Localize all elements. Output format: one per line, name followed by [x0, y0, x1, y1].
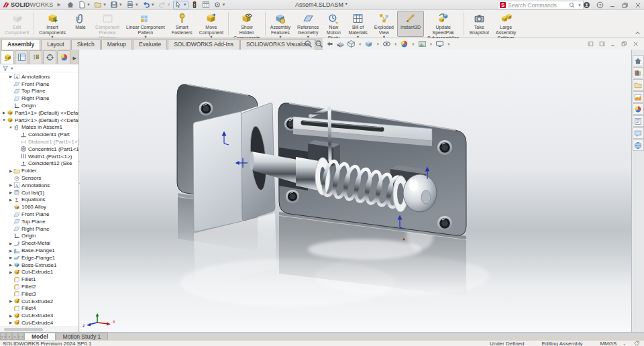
ribbon-button-linear-pattern[interactable]: Linear Component Pattern▼ [123, 11, 168, 37]
tree-item-part2-1-default-default[interactable]: ▼Part2<1> (Default) <<Default> [0, 117, 78, 124]
ribbon-button-instant3d[interactable]: Instant3D [397, 11, 424, 37]
status-tag-icon[interactable] [633, 341, 640, 346]
tree-item-concentric1-part1-1[interactable]: Concentric1 (Part1<1 [0, 146, 78, 153]
save-button[interactable]: ▼ [109, 1, 124, 9]
tree-collapsed-icon[interactable]: ▶ [8, 321, 13, 325]
tree-item-coincident12-ske[interactable]: Coincident12 (Ske [0, 160, 78, 168]
tree-item-right-plane[interactable]: Right Plane [0, 225, 78, 233]
tree-collapsed-icon[interactable]: ▶ [8, 255, 13, 260]
tree-item-distance1-part1-1[interactable]: Distance1 (Part1<1>) [0, 138, 78, 146]
bom-table-button[interactable] [201, 1, 211, 9]
section-view-icon[interactable] [336, 40, 345, 48]
taskpane-tab-custom-properties[interactable] [633, 115, 644, 127]
dropdown-caret-icon[interactable]: ▼ [103, 3, 107, 7]
tree-collapsed-icon[interactable]: ▶ [1, 111, 7, 115]
tab-motion-study-1[interactable]: Motion Study 1 [56, 333, 109, 340]
tree-item-cut-extrude3[interactable]: ▶Cut-Extrude3 [0, 312, 78, 319]
dropdown-caret-icon[interactable]: ▼ [394, 42, 397, 46]
taskpane-tab-taskpane-home[interactable] [633, 55, 644, 66]
tab-layout[interactable]: Layout [41, 39, 70, 50]
doc-restore-button[interactable] [621, 41, 627, 47]
status-units[interactable]: MMGS [600, 341, 616, 346]
home-button[interactable] [65, 1, 76, 9]
tree-item-front-plane[interactable]: Front Plane [0, 211, 78, 218]
command-search[interactable]: S Search Commands ▼ [498, 1, 584, 9]
dropdown-caret-icon[interactable]: ▼ [222, 3, 226, 7]
ribbon-button-assembly-features[interactable]: Assembly Features▼ [267, 11, 294, 37]
restore-button[interactable] [622, 2, 629, 9]
close-button[interactable] [635, 2, 641, 9]
tree-collapsed-icon[interactable]: ▶ [8, 263, 13, 267]
dropdown-caret-icon[interactable]: ▼ [119, 3, 123, 7]
zoom-fit-icon[interactable] [304, 40, 313, 48]
tab-sketch[interactable]: Sketch [71, 39, 101, 50]
tree-collapsed-icon[interactable]: ▶ [8, 241, 13, 245]
doc-close-button[interactable] [633, 41, 639, 47]
view-settings-icon[interactable] [435, 40, 444, 48]
new-doc-button[interactable]: ▼ [76, 1, 92, 9]
panel-tab-propertymanager[interactable] [15, 50, 28, 64]
nav-last-icon[interactable]: ►► [18, 333, 24, 340]
dropdown-caret-icon[interactable]: ▼ [447, 42, 450, 46]
pane-split-right-icon[interactable] [599, 41, 605, 47]
tree-item-cut-list-1[interactable]: ▶Cut list(1) [0, 189, 78, 196]
search-icon[interactable] [569, 2, 575, 8]
tree-item-cut-extrude1[interactable]: ▶Cut-Extrude1 [0, 269, 78, 276]
tree-collapsed-icon[interactable]: ▶ [8, 74, 13, 78]
tree-item-origin[interactable]: Origin [0, 233, 78, 240]
pane-split-left-icon[interactable] [588, 41, 594, 47]
tree-item-boss-extrude1[interactable]: ▶Boss-Extrude1 [0, 262, 78, 269]
tree-item-right-plane[interactable]: Right Plane [0, 95, 78, 102]
tree-item-folder[interactable]: ▶Folder [0, 167, 78, 174]
taskpane-tab-design-library[interactable] [633, 67, 644, 78]
tree-item-part1-1-default-default[interactable]: ▶Part1<1> (Default) <<Default>_ [0, 109, 78, 117]
search-dropdown-icon[interactable]: ▼ [578, 3, 582, 7]
apply-scene-icon[interactable] [418, 40, 427, 48]
dropdown-caret-icon[interactable]: ▼ [183, 3, 187, 7]
tree-collapsed-icon[interactable]: ▶ [8, 299, 13, 303]
print-button[interactable]: ▼ [125, 1, 140, 9]
taskpane-tab-appearances-scenes[interactable] [633, 103, 644, 115]
ribbon-button-reference-geometry[interactable]: Reference Geometry▼ [294, 11, 322, 37]
taskpane-tab-file-explorer[interactable] [633, 79, 644, 91]
menu-expand-arrow-icon[interactable]: ▶ [58, 2, 61, 7]
dropdown-caret-icon[interactable]: ▼ [429, 42, 433, 46]
tree-item-sheet-metal[interactable]: ▶Sheet-Metal [0, 239, 78, 247]
previous-view-icon[interactable] [325, 40, 334, 48]
tree-horizontal-scrollbar[interactable] [0, 327, 78, 332]
tree-item-annotations[interactable]: ▶AAnnotations [0, 73, 78, 80]
nav-prev-icon[interactable]: ◄ [6, 333, 12, 340]
minimize-button[interactable] [610, 2, 616, 8]
panel-tab-featuremanager-tree[interactable] [1, 50, 14, 64]
tab-model[interactable]: Model [24, 333, 56, 340]
panel-tab-configuration-manager[interactable] [29, 50, 42, 64]
ribbon-button-smart-fasteners[interactable]: Smart Fasteners [168, 11, 196, 37]
performance-button[interactable] [189, 1, 200, 9]
tab-markup[interactable]: Markup [101, 39, 132, 50]
tree-collapsed-icon[interactable]: ▶ [8, 190, 13, 194]
tab-solidworks-add-ins[interactable]: SOLIDWORKS Add-Ins [168, 39, 239, 50]
nav-first-icon[interactable]: ◄◄ [0, 333, 6, 340]
select-arrow-button[interactable]: ▼ [173, 1, 189, 9]
ribbon-button-new-motion-study[interactable]: New Motion Study [322, 11, 345, 37]
dropdown-caret-icon[interactable]: ▼ [167, 3, 171, 7]
scrollbar-thumb[interactable] [4, 328, 43, 331]
tree-item-top-plane[interactable]: Top Plane [0, 88, 78, 95]
tree-item-origin[interactable]: Origin [0, 102, 78, 109]
tree-collapsed-icon[interactable]: ▶ [8, 249, 13, 253]
ribbon-button-show-hidden[interactable]: Show Hidden Components▼ [230, 11, 264, 37]
dropdown-caret-icon[interactable]: ▼ [135, 3, 139, 7]
dropdown-caret-icon[interactable]: ▼ [376, 42, 379, 46]
tab-assembly[interactable]: Assembly [1, 39, 40, 50]
ribbon-button-insert-components[interactable]: Insert Components▼ [36, 11, 69, 37]
options-gear-button[interactable]: ▼ [212, 1, 227, 9]
ribbon-button-take-snapshot[interactable]: Take Snapshot [466, 11, 492, 37]
tree-expanded-icon[interactable]: ▼ [1, 118, 7, 122]
tree-collapsed-icon[interactable]: ▶ [8, 270, 13, 274]
ribbon-button-bill-of-materials[interactable]: Bill of Materials▼ [345, 11, 370, 37]
tree-item-top-plane[interactable]: Top Plane [0, 218, 78, 225]
panel-tab-displaymanager[interactable] [57, 50, 70, 64]
ribbon-button-exploded-view[interactable]: Exploded View▼ [371, 11, 397, 37]
tree-collapsed-icon[interactable]: ▶ [8, 169, 13, 173]
filter-dropdown-icon[interactable]: ▼ [10, 66, 13, 70]
